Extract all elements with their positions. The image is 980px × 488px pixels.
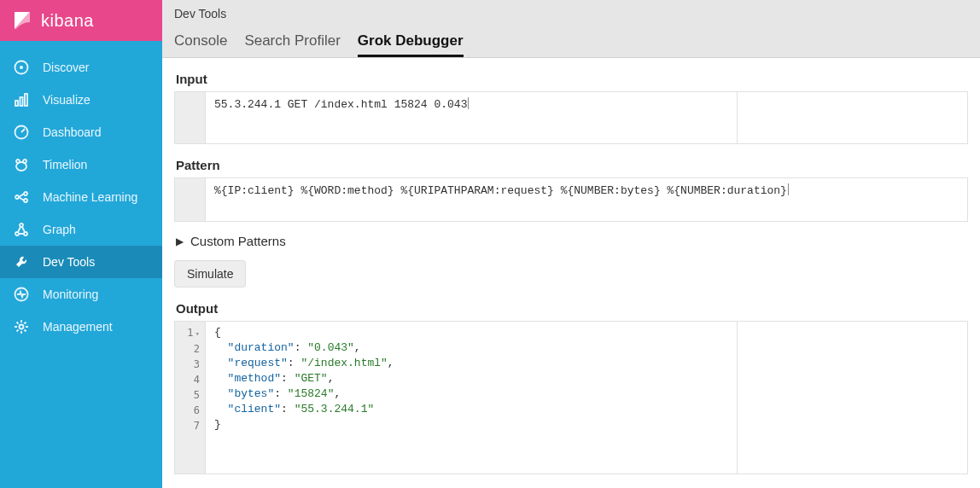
nav-label: Machine Learning xyxy=(43,190,137,204)
tabs: ConsoleSearch ProfilerGrok Debugger xyxy=(174,32,968,57)
gauge-icon xyxy=(14,125,29,140)
input-text[interactable]: 55.3.244.1 GET /index.html 15824 0.043 xyxy=(206,92,737,143)
main: Dev Tools ConsoleSearch ProfilerGrok Deb… xyxy=(162,0,980,488)
bear-icon xyxy=(14,157,29,172)
pattern-label: Pattern xyxy=(176,158,968,172)
nav-label: Visualize xyxy=(43,93,90,107)
custom-patterns-label: Custom Patterns xyxy=(190,234,286,248)
input-label: Input xyxy=(176,72,968,86)
nav-label: Discover xyxy=(43,61,89,74)
pattern-editor[interactable]: %{IP:client} %{WORD:method} %{URIPATHPAR… xyxy=(174,177,968,222)
sidebar-item-visualize[interactable]: Visualize xyxy=(0,84,162,116)
sidebar-item-monitoring[interactable]: Monitoring xyxy=(0,278,162,311)
output-label: Output xyxy=(176,301,968,316)
nav-label: Timelion xyxy=(43,158,87,171)
output-editor: 1▾234567 { "duration": "0.043", "request… xyxy=(174,321,968,474)
input-right-pane xyxy=(737,92,967,143)
graph-icon xyxy=(14,222,29,237)
compass-icon xyxy=(14,60,29,75)
svg-rect-3 xyxy=(20,97,23,106)
tab-search-profiler[interactable]: Search Profiler xyxy=(244,32,340,57)
sidebar-item-management[interactable]: Management xyxy=(0,311,162,343)
svg-point-1 xyxy=(20,66,23,69)
sidebar-item-graph[interactable]: Graph xyxy=(0,213,162,246)
tab-console[interactable]: Console xyxy=(174,32,227,57)
svg-point-13 xyxy=(20,224,23,227)
chevron-right-icon: ▶ xyxy=(176,235,184,247)
svg-point-12 xyxy=(15,232,19,235)
chart-icon xyxy=(14,92,29,107)
nav-label: Dashboard xyxy=(43,125,102,139)
svg-point-8 xyxy=(16,162,26,171)
sidebar-item-ml[interactable]: Machine Learning xyxy=(0,181,162,213)
gear-icon xyxy=(14,319,29,334)
svg-point-9 xyxy=(15,195,19,199)
input-gutter xyxy=(175,92,206,143)
nav-label: Graph xyxy=(43,223,76,236)
topbar: Dev Tools ConsoleSearch ProfilerGrok Deb… xyxy=(162,0,980,58)
logo-bar[interactable]: kibana xyxy=(0,0,162,41)
wrench-icon xyxy=(14,254,29,270)
pattern-gutter xyxy=(175,178,206,221)
input-editor[interactable]: 55.3.244.1 GET /index.html 15824 0.043 xyxy=(174,91,968,144)
custom-patterns-toggle[interactable]: ▶ Custom Patterns xyxy=(176,234,968,248)
output-body[interactable]: { "duration": "0.043", "request": "/inde… xyxy=(206,322,737,473)
simulate-button[interactable]: Simulate xyxy=(174,260,246,288)
kibana-logo-icon xyxy=(12,10,32,31)
ml-icon xyxy=(14,189,29,205)
sidebar-item-discover[interactable]: Discover xyxy=(0,51,162,84)
output-right-pane xyxy=(737,322,967,473)
nav-label: Management xyxy=(43,320,113,334)
sidebar-item-dashboard[interactable]: Dashboard xyxy=(0,116,162,148)
sidebar-item-devtools[interactable]: Dev Tools xyxy=(0,246,162,278)
svg-point-11 xyxy=(24,199,27,202)
nav: DiscoverVisualizeDashboardTimelionMachin… xyxy=(0,41,162,343)
svg-point-10 xyxy=(24,192,27,195)
content: Input 55.3.244.1 GET /index.html 15824 0… xyxy=(162,58,980,488)
sidebar-item-timelion[interactable]: Timelion xyxy=(0,148,162,181)
nav-label: Monitoring xyxy=(43,288,98,301)
tab-grok-debugger[interactable]: Grok Debugger xyxy=(358,32,464,57)
brand-text: kibana xyxy=(41,11,94,31)
svg-rect-2 xyxy=(15,101,18,106)
heartbeat-icon xyxy=(14,287,29,302)
svg-rect-4 xyxy=(25,94,27,106)
svg-point-14 xyxy=(24,232,27,235)
output-gutter: 1▾234567 xyxy=(175,322,206,473)
svg-point-16 xyxy=(20,325,24,329)
pattern-text[interactable]: %{IP:client} %{WORD:method} %{URIPATHPAR… xyxy=(206,178,967,221)
nav-label: Dev Tools xyxy=(43,255,95,269)
sidebar: kibana DiscoverVisualizeDashboardTimelio… xyxy=(0,0,162,488)
topbar-title: Dev Tools xyxy=(174,7,968,20)
